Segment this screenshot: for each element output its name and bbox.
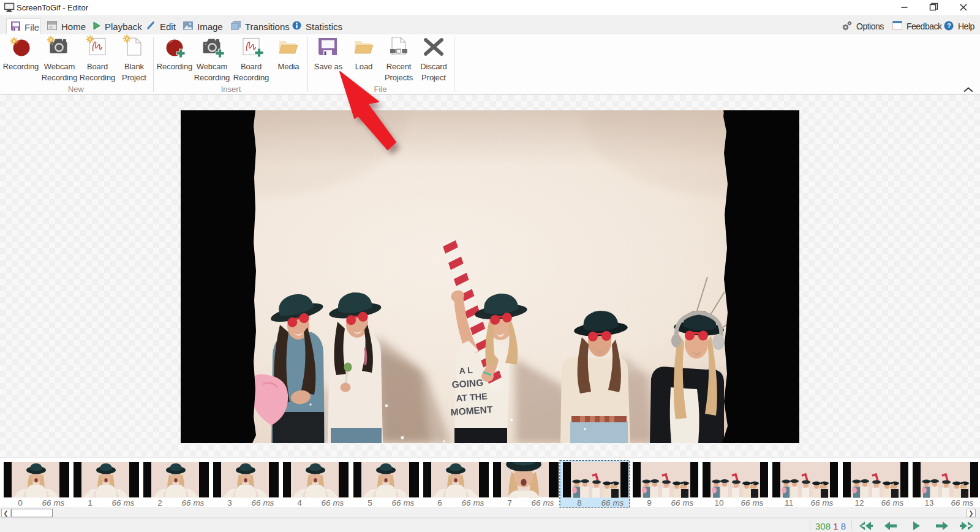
svg-text:66 ms: 66 ms — [392, 498, 415, 507]
svg-text:66 ms: 66 ms — [252, 498, 274, 507]
svg-text:5: 5 — [368, 498, 372, 507]
svg-text:2: 2 — [157, 498, 162, 507]
svg-text:66 ms: 66 ms — [532, 498, 554, 507]
svg-text:6: 6 — [437, 498, 442, 507]
svg-text:66 ms: 66 ms — [811, 498, 834, 507]
svg-text:66 ms: 66 ms — [322, 498, 344, 507]
svg-text:A L: A L — [459, 365, 473, 376]
svg-text:12: 12 — [854, 498, 864, 507]
svg-text:66 ms: 66 ms — [112, 498, 135, 507]
svg-text:66 ms: 66 ms — [671, 498, 694, 507]
svg-text:3: 3 — [227, 498, 232, 507]
svg-text:66 ms: 66 ms — [182, 498, 205, 507]
svg-text:13: 13 — [924, 498, 933, 507]
svg-text:66 ms: 66 ms — [462, 498, 484, 507]
svg-text:66 ms: 66 ms — [741, 498, 764, 507]
svg-text:66 ms: 66 ms — [42, 498, 65, 507]
svg-text:1: 1 — [88, 498, 92, 507]
svg-text:0: 0 — [18, 498, 23, 507]
svg-text:10: 10 — [714, 498, 723, 507]
svg-text:8: 8 — [577, 498, 582, 507]
svg-text:4: 4 — [297, 498, 302, 507]
svg-text:66 ms: 66 ms — [601, 498, 624, 507]
svg-text:?: ? — [947, 22, 951, 29]
svg-text:GOING: GOING — [451, 377, 484, 390]
svg-text:66 ms: 66 ms — [951, 498, 974, 507]
svg-text:9: 9 — [647, 498, 652, 507]
svg-text:7: 7 — [507, 498, 512, 507]
svg-text:66 ms: 66 ms — [881, 498, 904, 507]
svg-text:11: 11 — [785, 498, 793, 507]
